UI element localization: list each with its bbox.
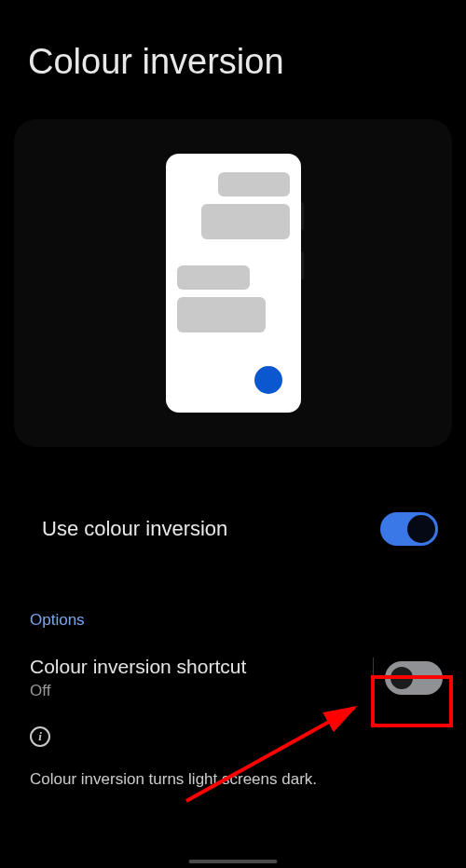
use-colour-inversion-label: Use colour inversion [42, 517, 227, 541]
preview-illustration [14, 119, 452, 447]
fab-icon [254, 366, 282, 394]
colour-inversion-shortcut-row[interactable]: Colour inversion shortcut Off [0, 637, 466, 700]
description-text: Colour inversion turns light screens dar… [0, 747, 466, 789]
divider [373, 658, 374, 698]
page-title: Colour inversion [0, 0, 466, 101]
chat-bubble [201, 204, 290, 239]
home-indicator [189, 860, 278, 863]
options-header: Options [0, 555, 466, 637]
chat-bubble [218, 172, 290, 197]
use-colour-inversion-toggle[interactable] [380, 512, 438, 546]
phone-mockup [166, 154, 301, 413]
chat-bubble [177, 297, 266, 332]
chat-bubble [177, 265, 250, 290]
info-icon: i [30, 726, 50, 747]
shortcut-title: Colour inversion shortcut [30, 656, 246, 678]
phone-volume-button [301, 251, 304, 279]
shortcut-toggle[interactable] [385, 661, 443, 695]
shortcut-status: Off [30, 682, 246, 700]
phone-power-button [301, 202, 304, 230]
use-colour-inversion-row[interactable]: Use colour inversion [0, 466, 466, 555]
